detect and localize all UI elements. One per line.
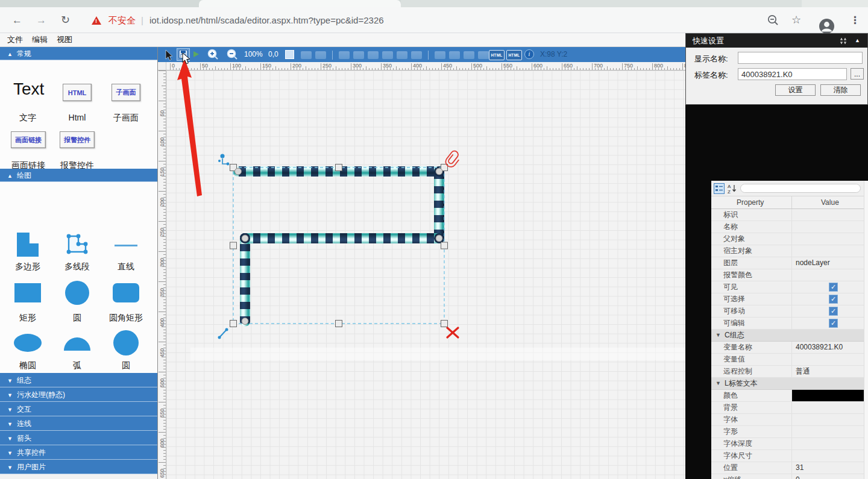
rectangle-shape-icon[interactable] (14, 283, 41, 302)
send-to-back-icon[interactable] (315, 51, 326, 59)
pipe-segment[interactable] (240, 233, 250, 327)
align-left-icon[interactable] (339, 51, 350, 59)
property-row[interactable]: 字体深度 (711, 438, 864, 450)
vertex-edit-icon[interactable] (218, 154, 229, 166)
sidebar-section-collapsed[interactable]: ▼组态 (0, 373, 157, 387)
polygon-shape-icon[interactable] (17, 233, 39, 257)
property-row[interactable]: 标识 (711, 209, 864, 221)
sidebar-section-general[interactable]: ▲常规 (0, 47, 157, 60)
profile-avatar-icon[interactable] (819, 18, 835, 34)
align-middle-icon[interactable] (397, 51, 407, 59)
categorize-icon[interactable] (714, 183, 725, 194)
inactive-tab-area[interactable] (401, 0, 802, 7)
property-color-swatch[interactable] (792, 390, 864, 401)
quick-settings-header[interactable]: 快速设置 ▲ (686, 34, 867, 48)
html-export2-icon[interactable]: HTML (506, 50, 522, 60)
pipe-vertex-handle[interactable] (235, 168, 242, 175)
property-row[interactable]: 报警颜色 (711, 269, 864, 281)
property-value[interactable]: 普通 (796, 366, 810, 377)
property-row[interactable]: x偏移0 (711, 474, 864, 479)
screen-link-tool-button[interactable]: 画面链接 (11, 131, 46, 148)
property-row[interactable]: 背景 (711, 402, 864, 414)
display-name-input[interactable] (738, 52, 863, 64)
forward-icon[interactable]: → (36, 7, 46, 33)
property-row[interactable]: 可选择✓ (711, 293, 864, 305)
property-scrollbar[interactable] (864, 181, 868, 479)
property-group-row[interactable]: ▼C组态 (711, 330, 864, 342)
property-row[interactable]: 远程控制普通 (711, 366, 864, 378)
pipe-vertex-handle[interactable] (242, 318, 248, 325)
property-row[interactable]: 字形 (711, 426, 864, 438)
dock-icon[interactable] (840, 37, 847, 45)
rounded-rect-shape-icon[interactable] (113, 283, 139, 302)
selection-handle[interactable] (441, 321, 448, 327)
property-checkbox[interactable]: ✓ (829, 319, 838, 328)
same-height-icon[interactable] (478, 51, 489, 59)
sidebar-section-collapsed[interactable]: ▼污水处理(静态) (0, 387, 157, 402)
property-row[interactable]: 变量值 (711, 354, 864, 366)
subscreen-tool-button[interactable]: 子画面 (112, 84, 140, 101)
selection-handle[interactable] (230, 321, 237, 327)
sidebar-section-drawing[interactable]: ▲绘图 (0, 169, 157, 182)
sidebar-section-collapsed[interactable]: ▼箭头 (0, 431, 157, 445)
property-row[interactable]: 字体 (711, 414, 864, 426)
property-value[interactable]: nodeLayer (796, 257, 830, 269)
pipe-segment[interactable] (240, 233, 444, 243)
property-row[interactable]: 变量名称400038921.K0 (711, 342, 864, 354)
property-row[interactable]: 字体尺寸 (711, 450, 864, 462)
sidebar-section-collapsed[interactable]: ▼交互 (0, 402, 157, 416)
align-bottom-icon[interactable] (411, 51, 422, 59)
pipe-vertex-handle[interactable] (436, 235, 442, 242)
polyline-shape-icon[interactable] (64, 231, 90, 258)
address-bar-url[interactable]: iot.idosp.net/html/scada/editor.aspx.htm… (149, 7, 384, 33)
run-preview-icon[interactable] (193, 51, 199, 57)
pipe-vertex-handle[interactable] (242, 235, 248, 242)
selection-handle[interactable] (336, 321, 342, 327)
clear-button[interactable]: 清除 (820, 84, 861, 96)
selection-handle[interactable] (441, 242, 448, 249)
save-button[interactable] (177, 48, 190, 61)
security-warning-icon[interactable]: ! (92, 16, 101, 25)
zoom-in-icon[interactable] (207, 49, 219, 60)
property-row[interactable]: 位置31 (711, 462, 864, 474)
distribute-horizontal-icon[interactable] (435, 51, 445, 59)
property-checkbox[interactable]: ✓ (829, 283, 838, 292)
zoom-out-page-icon[interactable] (767, 14, 779, 27)
alarm-widget-tool-button[interactable]: 报警控件 (60, 131, 95, 148)
same-width-icon[interactable] (464, 51, 474, 59)
circle-shape-icon[interactable] (65, 281, 89, 305)
active-tab[interactable] (199, 0, 401, 7)
property-row[interactable]: 颜色 (711, 390, 864, 402)
property-value[interactable]: 0 (796, 474, 800, 479)
align-center-icon[interactable] (353, 51, 364, 59)
property-value[interactable]: 400038921.K0 (796, 342, 843, 353)
set-button[interactable]: 设置 (775, 84, 816, 96)
property-row[interactable]: 宿主对象 (711, 245, 864, 257)
ellipse-shape-icon[interactable] (14, 334, 42, 352)
pipe-segment[interactable] (434, 166, 444, 243)
sidebar-section-collapsed[interactable]: ▼连线 (0, 416, 157, 431)
canvas-settings-icon[interactable] (285, 50, 294, 59)
sidebar-section-collapsed[interactable]: ▼用户图片 (0, 460, 157, 474)
delete-x-icon[interactable] (447, 328, 458, 337)
distribute-vertical-icon[interactable] (449, 51, 460, 59)
sort-az-icon[interactable]: A Z (727, 183, 738, 194)
design-canvas[interactable] (166, 70, 685, 479)
tag-browse-button[interactable]: ... (851, 68, 864, 80)
property-row[interactable]: 图层nodeLayer (711, 257, 864, 269)
security-warning-label[interactable]: 不安全 (108, 7, 136, 33)
pipe-vertex-handle[interactable] (436, 168, 442, 175)
line-shape-icon[interactable] (115, 245, 137, 246)
property-row[interactable]: 名称 (711, 221, 864, 233)
selection-handle[interactable] (336, 164, 342, 171)
reload-icon[interactable]: ↻ (61, 7, 70, 33)
property-row[interactable]: 可移动✓ (711, 305, 864, 318)
property-group-row[interactable]: ▼L标签文本 (711, 378, 864, 390)
selection-handle[interactable] (230, 242, 237, 249)
property-filter-box[interactable] (740, 184, 861, 193)
resize-handle-icon[interactable] (218, 328, 228, 339)
property-row[interactable]: 可见✓ (711, 281, 864, 293)
zoom-out-icon[interactable] (227, 49, 238, 60)
property-value[interactable]: 31 (796, 462, 804, 474)
menu-edit[interactable]: 编辑 (32, 33, 48, 46)
